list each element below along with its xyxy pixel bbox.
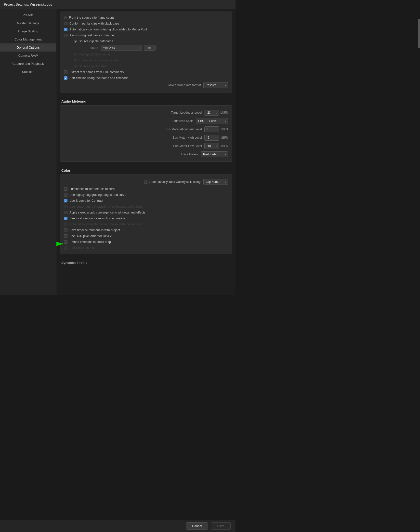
track-meters-dropdown[interactable]: Post Fader ▾ <box>201 152 228 157</box>
bus-low-spinbox[interactable]: -10 ▲ ▼ <box>204 143 219 149</box>
auto-label-row: Automatically label Gallery stills using… <box>64 178 228 186</box>
extract-reel-row: Extract reel names from EDL comments <box>64 69 228 75</box>
bus-alignment-row: Bus Meter Alignment Level 0 ▲ ▼ dBFS <box>64 125 228 134</box>
extract-reel-label: Extract reel names from EDL comments <box>69 70 124 74</box>
clip-name-dropdown[interactable]: Clip Name ▾ <box>203 179 228 185</box>
sidebar-item-color-management[interactable]: Color Management <box>0 35 56 44</box>
color-section: Automatically label Gallery stills using… <box>60 174 232 254</box>
embedding-source-row: Embedding in source clip file <box>74 57 228 63</box>
loudness-scale-dropdown[interactable]: EBU +9 Scale ▾ <box>196 118 228 124</box>
bus-low-row: Bus Meter Low Level -10 ▲ ▼ dBFS <box>64 142 228 150</box>
loudness-scale-row: Loudness Scale EBU +9 Scale ▾ <box>64 117 228 125</box>
use-bgr-label: Use BGR pixel order for DPX v2 <box>69 234 113 238</box>
apply-stereo-row: Apply stereoscopic convergence to window… <box>64 210 228 215</box>
sort-timeline-checkbox[interactable] <box>64 76 67 80</box>
target-loudness-up[interactable]: ▲ <box>216 111 218 113</box>
clip-name-arrow: ▾ <box>225 181 226 183</box>
bus-alignment-value: 0 <box>207 128 215 131</box>
track-meters-label: Track Meters <box>181 153 198 156</box>
test-button[interactable]: Test <box>144 45 156 51</box>
sidebar: Presets Master Settings Image Scaling Co… <box>0 9 56 295</box>
use-local-version-checkbox[interactable] <box>64 217 67 220</box>
luminance-mixer-checkbox[interactable] <box>64 187 67 191</box>
bus-low-unit: dBFS <box>221 144 228 148</box>
sidebar-item-capture-playback[interactable]: Capture and Playback <box>0 60 56 68</box>
use-legacy-sizing-checkbox[interactable] <box>64 205 67 208</box>
source-clip-pathname-label: Source clip file pathname <box>79 40 113 43</box>
save-thumbnails-row: Save timeline thumbnails with project <box>64 227 228 233</box>
bus-low-up[interactable]: ▲ <box>216 144 218 146</box>
auto-conform-label: Automatically conform missing clips adde… <box>69 28 147 31</box>
use-legacy-sizing-row: Use legacy sizing interactions for windo… <box>64 204 228 210</box>
embedding-source-label: Embedding in source clip file <box>79 59 118 62</box>
sidebar-item-subtitles[interactable]: Subtitles <box>0 68 56 76</box>
use-legacy-sizing-label: Use legacy sizing interactions for windo… <box>69 205 143 208</box>
embed-timecode-label: Embed timecode in audio output <box>69 240 113 244</box>
bus-alignment-spinbox[interactable]: 0 ▲ ▼ <box>204 126 219 132</box>
pattern-input[interactable] <box>101 45 142 51</box>
from-source-row: From the source clip frame count <box>64 15 228 21</box>
source-clip-filename-label: Source clip filename <box>79 64 106 68</box>
apply-stereo-checkbox[interactable] <box>64 211 67 214</box>
conform-partial-label: Conform partial clips with black gaps <box>69 22 119 25</box>
loudness-scale-label: Loudness Scale <box>172 119 194 123</box>
auto-label-checkbox[interactable] <box>144 180 148 183</box>
bus-high-up[interactable]: ▲ <box>216 136 218 138</box>
sidebar-item-general-options[interactable]: General Options <box>0 44 56 52</box>
from-source-radio[interactable] <box>64 16 67 19</box>
use-s-curve-label: Use S-curve for Contrast <box>69 199 103 202</box>
target-loudness-down[interactable]: ▼ <box>216 113 218 114</box>
sidebar-item-master-settings[interactable]: Master Settings <box>0 19 56 27</box>
target-loudness-spinbox[interactable]: -23 ▲ ▼ <box>204 110 219 116</box>
use-legacy-log-row: Use legacy Log grading ranges and curve <box>64 192 228 198</box>
conform-partial-checkbox[interactable] <box>64 22 67 25</box>
reel-options: Source clip file pathname Pattern Test M… <box>64 38 228 69</box>
audio-metering-header: Audio Metering <box>56 96 236 105</box>
mediapool-folder-radio[interactable] <box>74 53 77 56</box>
bus-alignment-up[interactable]: ▲ <box>216 128 218 129</box>
use-legacy-log-checkbox[interactable] <box>64 193 67 197</box>
use-s-curve-checkbox[interactable] <box>64 199 67 202</box>
bus-alignment-down[interactable]: ▼ <box>216 129 218 131</box>
auto-conform-checkbox[interactable] <box>64 28 67 31</box>
save-thumbnails-checkbox[interactable] <box>64 228 67 232</box>
mixed-frame-dropdown-arrow: ▾ <box>225 84 226 87</box>
bus-alignment-label: Bus Meter Alignment Level <box>165 128 202 131</box>
embed-timecode-row: Embed timecode in audio output <box>64 239 228 245</box>
mediapool-folder-row: Mediapool folder name <box>74 52 228 57</box>
sidebar-item-camera-raw[interactable]: Camera RAW <box>0 52 56 60</box>
luminance-mixer-label: Luminance mixer defaults to zero <box>69 187 115 191</box>
source-clip-pathname-radio[interactable] <box>74 40 77 43</box>
dialog-title: Project Settings: Wissenskubus <box>4 2 52 6</box>
mixed-frame-label: Mixed frame rate format <box>168 83 201 87</box>
bus-low-label: Bus Meter Low Level <box>173 144 202 148</box>
mediapool-folder-label: Mediapool folder name <box>79 53 110 56</box>
mixed-frame-dropdown[interactable]: Resolve ▾ <box>203 82 228 88</box>
save-thumbnails-label: Save timeline thumbnails with project <box>69 228 120 232</box>
dynamics-profile-header: Dynamics Profile <box>56 258 236 266</box>
target-loudness-row: Target Loudness Level -23 ▲ ▼ LUFS <box>64 108 228 117</box>
track-meters-arrow: ▾ <box>225 153 226 156</box>
auto-match-master-checkbox[interactable] <box>64 223 67 226</box>
bus-high-down[interactable]: ▼ <box>216 138 218 139</box>
pattern-row: Pattern Test <box>74 44 228 52</box>
sidebar-item-presets[interactable]: Presets <box>0 11 56 19</box>
embedding-source-radio[interactable] <box>74 59 77 62</box>
sort-timeline-label: Sort timeline using reel name and timeco… <box>69 76 128 80</box>
target-loudness-unit: LUFS <box>220 111 228 114</box>
use-timelines-bin-checkbox[interactable] <box>64 246 67 250</box>
bus-low-value: -10 <box>207 144 215 148</box>
use-local-version-label: Use local version for new clips in timel… <box>69 217 125 220</box>
extract-reel-checkbox[interactable] <box>64 70 67 74</box>
sidebar-item-image-scaling[interactable]: Image Scaling <box>0 27 56 35</box>
audio-metering-section: Target Loudness Level -23 ▲ ▼ LUFS Loudn… <box>60 105 232 162</box>
bus-low-down[interactable]: ▼ <box>216 146 218 148</box>
bus-high-spinbox[interactable]: -5 ▲ ▼ <box>204 135 219 141</box>
assist-reel-label: Assist using reel names from the: <box>69 34 115 37</box>
auto-label-label: Automatically label Gallery stills using… <box>150 180 201 183</box>
loudness-scale-arrow: ▾ <box>225 120 226 122</box>
assist-reel-checkbox[interactable] <box>64 34 67 37</box>
source-clip-filename-radio[interactable] <box>74 65 77 68</box>
track-meters-value: Post Fader <box>203 153 224 156</box>
use-timelines-bin-label: Use Timelines Bin <box>69 246 94 250</box>
